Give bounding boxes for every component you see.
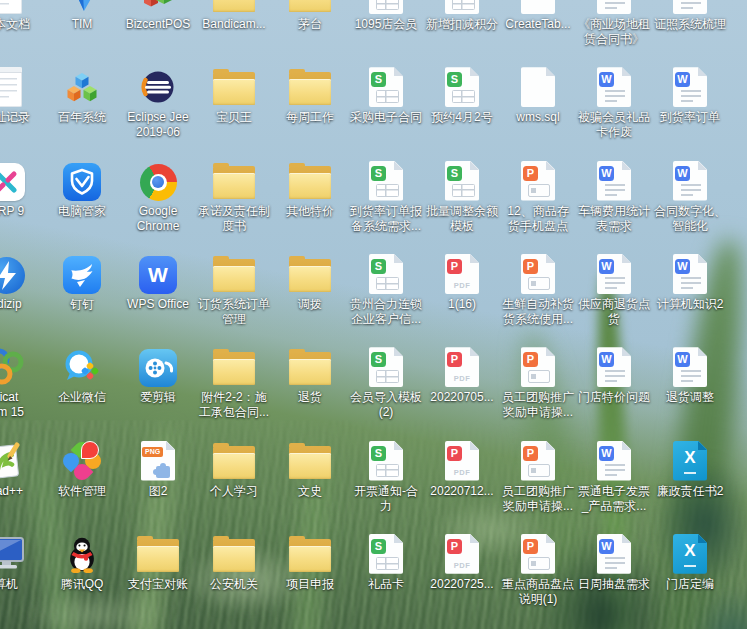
desktop-icon-store-special-doc[interactable]: W门店特价问题 — [576, 347, 652, 405]
icon-label: ndizip — [0, 297, 46, 312]
desktop-icon-purchase-contract-sheet[interactable]: S采购电子合同 — [348, 67, 424, 125]
icon-label: 个人学习 — [194, 484, 274, 499]
desktop-icon-arrival-rate-order-doc[interactable]: W到货率订单 — [652, 67, 728, 125]
wdoc-icon: W — [597, 347, 631, 387]
desktop-icon-commitment-folder[interactable]: 承诺及责任制 度书 — [196, 161, 272, 234]
desktop-icon-wenshi-folder[interactable]: 文史 — [272, 441, 348, 499]
desktop-icon-key-goods-count-ppt[interactable]: P重点商品盘点 说明(1) — [500, 534, 576, 607]
desktop-icon-text-document[interactable]: 文本文档 — [0, 0, 44, 32]
desktop-icon-return-adjust-doc[interactable]: W退货调整 — [652, 347, 728, 405]
desktop-icon-createtab-file[interactable]: CreateTab... — [500, 0, 576, 32]
desktop-icon-project-apply-folder[interactable]: 项目申报 — [272, 534, 348, 592]
folder-icon — [288, 351, 332, 387]
icon-art-box: S — [424, 161, 500, 201]
icon-label: Eclipse Jee 2019-06 — [118, 110, 198, 140]
desktop-icon-bainian-system[interactable]: 百年系统 — [44, 67, 120, 125]
desktop-icon-transfer-folder[interactable]: 调拨 — [272, 254, 348, 312]
desktop-icon-giftcard-sheet[interactable]: S礼品卡 — [348, 534, 424, 592]
wdoc-icon: W — [673, 254, 707, 294]
desktop-icon-baobeiwang-folder[interactable]: 宝贝王 — [196, 67, 272, 125]
icon-art-box: S — [424, 67, 500, 107]
desktop-icon-lease-contract-doc[interactable]: W《商业场地租 赁合同书》 — [576, 0, 652, 47]
desktop-icon-bandicam-folder[interactable]: Bandicam... — [196, 0, 272, 32]
desktop-icon-integrity-doc-2[interactable]: X廉政责任书2 — [652, 441, 728, 499]
desktop-icon-eclipse-jee[interactable]: Eclipse Jee 2019-06 — [120, 67, 196, 140]
wpsoffice-icon: W — [139, 256, 177, 294]
desktop-icon-member-import-sheet[interactable]: S会员导入模板 (2) — [348, 347, 424, 420]
icon-label: 车辆费用统计 表需求 — [574, 204, 654, 234]
desktop-icon-attachment-contract-folder[interactable]: 附件2-2：施 工承包合同... — [196, 347, 272, 420]
desktop-icon-arrival-report-sheet[interactable]: S到货率订单报 备系统需求... — [348, 161, 424, 234]
icon-art-box — [272, 347, 348, 387]
icon-art-box: W — [576, 161, 652, 201]
desktop-icon-inventory-count-ppt[interactable]: P12、商品存 货手机盘点 — [500, 161, 576, 234]
icon-art-box — [44, 441, 120, 481]
npp-icon — [0, 441, 26, 481]
desktop-icon-giftcard-void-doc[interactable]: W被骗会员礼品 卡作废 — [576, 67, 652, 140]
desktop-icon-other-specials-folder[interactable]: 其他特价 — [272, 161, 348, 219]
desktop-icon-groupbuy-reward-ppt-1[interactable]: P员工团购推广 奖励申请操... — [500, 347, 576, 420]
desktop-icon-wms-sql[interactable]: wms.sql — [500, 67, 576, 125]
desktop-icon-dingtalk[interactable]: 钉钉 — [44, 254, 120, 312]
desktop-icon-weekly-work-folder[interactable]: 每周工作 — [272, 67, 348, 125]
icon-label: 供应商退货点 货 — [574, 297, 654, 327]
desktop-icon-tim[interactable]: TIM — [44, 0, 120, 32]
desktop-icon-tencent-qq[interactable]: 腾讯QQ — [44, 534, 120, 592]
desktop-icon-wps-office[interactable]: WWPS Office — [120, 254, 196, 312]
desktop-icon-this-pc[interactable]: 算机 — [0, 534, 44, 592]
desktop-icon-invoice-notice-sheet[interactable]: S开票通知-合 力 — [348, 441, 424, 514]
desktop-icon-pdf-1-16[interactable]: PPDF1(16) — [424, 254, 500, 312]
desktop-icon-maotai-folder[interactable]: 茅台 — [272, 0, 348, 32]
desktop-icon-bandizip[interactable]: ndizip — [0, 254, 44, 312]
desktop-icon-image-tu2[interactable]: PNG图2 — [120, 441, 196, 499]
desktop-icon-computer-knowledge-doc[interactable]: W计算机知识2 — [652, 254, 728, 312]
desktop-icon-supplier-return-doc[interactable]: W供应商退货点 货 — [576, 254, 652, 327]
desktop-icon-bizcentpos[interactable]: BizcentPOS — [120, 0, 196, 32]
desktop-icon-alipay-recon-folder[interactable]: 支付宝对账 — [120, 534, 196, 592]
icon-label: 1(16) — [422, 297, 502, 312]
wdoc-icon: W — [673, 347, 707, 387]
desktop-icon-returns-folder[interactable]: 退货 — [272, 347, 348, 405]
desktop-icon-pdf-20220705[interactable]: PPDF20220705... — [424, 347, 500, 405]
desktop-icon-google-chrome[interactable]: Google Chrome — [120, 161, 196, 234]
desktop-icon-url-notes[interactable]: 网址记录 — [0, 67, 44, 125]
desktop-icon-software-manager[interactable]: 软件管理 — [44, 441, 120, 499]
desktop-icon-order-system-folder[interactable]: 订货系统订单 管理 — [196, 254, 272, 327]
desktop-icon-notepad-plus-plus[interactable]: pad++ — [0, 441, 44, 499]
desktop-icon-license-system-doc[interactable]: W证照系统梳理 — [652, 0, 728, 32]
desktop-icon-contract-digital-doc[interactable]: W合同数字化、 智能化 — [652, 161, 728, 234]
icon-art-box: PPDF — [424, 441, 500, 481]
desktop-icon-personal-study-folder[interactable]: 个人学习 — [196, 441, 272, 499]
desktop-icon-vehicle-cost-doc[interactable]: W车辆费用统计 表需求 — [576, 161, 652, 234]
desktop-icon-pc-manager[interactable]: 电脑管家 — [44, 161, 120, 219]
desktop-icon-appointment-sheet[interactable]: S预约4月2号 — [424, 67, 500, 125]
icon-label: 其他特价 — [270, 204, 350, 219]
desktop-icon-axure-rp9[interactable]: e RP 9 — [0, 161, 44, 219]
icon-art-box: S — [348, 534, 424, 574]
desktop-icon-groupbuy-reward-ppt-2[interactable]: P员工团购推广 奖励申请操... — [500, 441, 576, 514]
desktop-icon-pdf-20220712[interactable]: PPDF20220712... — [424, 441, 500, 499]
pdf-icon: PPDF — [445, 534, 479, 574]
desktop-icon-fresh-replenish-ppt[interactable]: P生鲜自动补货 货系统使用... — [500, 254, 576, 327]
desktop-icon-einvoice-requirement-doc[interactable]: W票通电子发票 _产品需求... — [576, 441, 652, 514]
desktop-icon-wecom[interactable]: 企业微信 — [44, 347, 120, 405]
icon-label: 支付宝对账 — [118, 577, 198, 592]
icon-art-box — [272, 254, 348, 294]
softmgr-icon — [62, 441, 102, 481]
desktop-icon-police-folder[interactable]: 公安机关 — [196, 534, 272, 592]
desktop-icon-points-adjust-sheet[interactable]: S新增扣减积分 — [424, 0, 500, 32]
desktop-icon-heli-chain-sheet[interactable]: S贵州合力连锁 企业客户信... — [348, 254, 424, 327]
desktop-icon-store-staffing-doc[interactable]: X门店定编 — [652, 534, 728, 592]
tealx-icon: X — [673, 534, 707, 574]
icon-art-box: W — [576, 67, 652, 107]
desktop-icon-balance-template-sheet[interactable]: S批量调整余额 模板 — [424, 161, 500, 234]
desktop-icon-store-members-1095[interactable]: S1095店会员 — [348, 0, 424, 32]
desktop-icon-daily-weekly-count-doc[interactable]: W日周抽盘需求 — [576, 534, 652, 592]
folder-icon — [288, 258, 332, 294]
icon-label: 退货调整 — [650, 390, 730, 405]
desktop-icon-aijianji[interactable]: 爱剪辑 — [120, 347, 196, 405]
folder-icon — [288, 538, 332, 574]
icon-label: 订货系统订单 管理 — [194, 297, 274, 327]
desktop-icon-pdf-20220725[interactable]: PPDF20220725... — [424, 534, 500, 592]
desktop-icon-navicat-premium-15[interactable]: vicat ium 15 — [0, 347, 44, 420]
